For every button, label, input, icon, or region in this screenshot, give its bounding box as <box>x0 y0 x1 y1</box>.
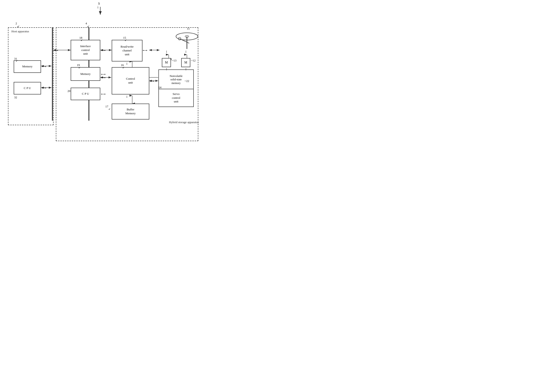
ref-11: 11 <box>187 27 190 31</box>
ref-13: ~13 <box>172 59 176 62</box>
memory-31-box: Memory <box>14 60 41 73</box>
cpu-32-box: C P U <box>14 82 41 94</box>
host-apparatus-box <box>8 27 53 125</box>
diagram: 1 1 ↓ 2 ↙ 4 ↙ Host apparatus Hybrid stor… <box>0 0 205 148</box>
hybrid-storage-label: Hybrid storage apparatus <box>169 120 199 124</box>
read-write-channel-box: Read/write channel unit <box>112 40 142 61</box>
disk-media-svg <box>160 26 198 56</box>
ref-12: ~12 <box>191 59 196 62</box>
host-apparatus-label: Host apparatus <box>11 30 29 33</box>
buffer-memory-box: Buffer Memory <box>112 104 149 119</box>
memory-19-box: Memory <box>71 67 100 81</box>
motor-13-box: M <box>162 58 171 67</box>
interface-control-box: Interface control unit <box>71 40 100 60</box>
cpu-20-box: C P U <box>71 88 100 100</box>
ref-22: ~22 <box>185 79 189 83</box>
motor-12-box: M <box>181 58 190 67</box>
ref-17: 17 <box>105 105 108 108</box>
ref-2: 2 <box>16 22 17 25</box>
ref-4: 4 <box>86 22 87 25</box>
ref-20: 20 <box>68 89 70 93</box>
servo-control-box: Servo control unit <box>158 89 194 107</box>
control-unit-box: Control unit <box>112 67 149 94</box>
ref-14: 14 <box>158 86 161 89</box>
svg-line-28 <box>180 39 189 43</box>
ref-32: 32 <box>14 96 17 99</box>
